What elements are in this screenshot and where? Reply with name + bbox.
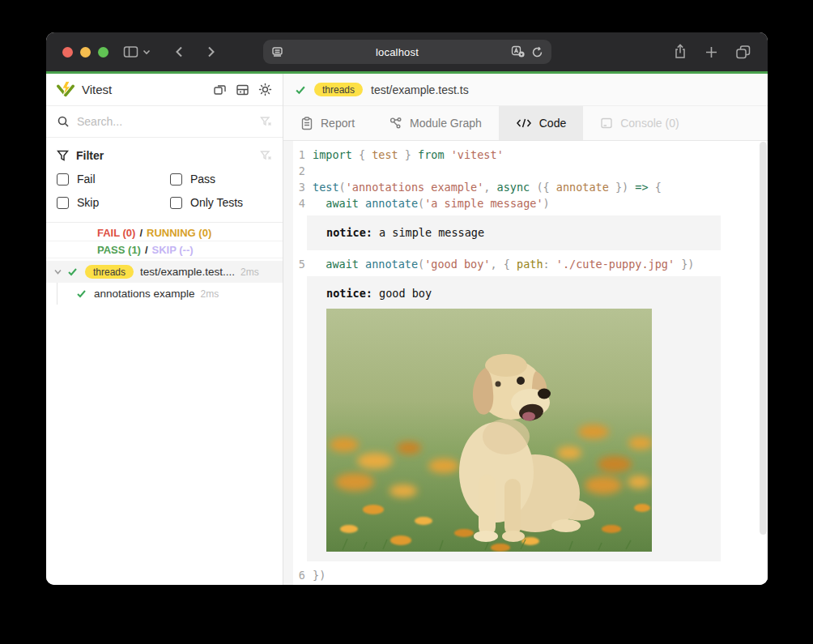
line-number: 4 xyxy=(293,195,305,211)
test-summary: FAIL (0) / RUNNING (0) PASS (1) / SKIP (… xyxy=(46,223,283,258)
translate-icon[interactable] xyxy=(511,45,526,58)
app-title: Vitest xyxy=(82,83,112,96)
tab-label: Code xyxy=(539,117,566,130)
clear-search-filter-icon[interactable] xyxy=(260,116,272,127)
code-text: import { test } from 'vitest' xyxy=(313,147,504,163)
browser-window: localhost xyxy=(46,32,768,585)
test-duration: 2ms xyxy=(201,288,219,300)
checkbox[interactable] xyxy=(170,173,182,186)
filter-checkbox-skip[interactable]: Skip xyxy=(57,196,170,209)
chevron-down-icon[interactable] xyxy=(142,47,151,57)
sidebar: Vitest xyxy=(46,74,283,585)
report-icon xyxy=(300,117,313,130)
notice-label: notice: xyxy=(326,287,372,300)
separator: / xyxy=(145,244,148,256)
tab-console: Console (0) xyxy=(583,106,696,140)
code-line: 3test('annotations example', async ({ an… xyxy=(283,179,768,195)
notice-text: good boy xyxy=(372,287,432,300)
tab-label: Report xyxy=(321,117,355,130)
close-window-button[interactable] xyxy=(62,47,73,58)
zoom-window-button[interactable] xyxy=(98,47,109,58)
checkbox[interactable] xyxy=(57,197,69,209)
tab-label: Console (0) xyxy=(620,117,679,130)
tab-label: Module Graph xyxy=(410,117,482,130)
code-text: await annotate('a simple message') xyxy=(313,195,550,211)
filter-checkbox-fail[interactable]: Fail xyxy=(57,173,170,186)
running-count: RUNNING (0) xyxy=(147,227,211,239)
reload-icon[interactable] xyxy=(531,46,543,58)
filter-checkbox-pass[interactable]: Pass xyxy=(170,173,272,186)
line-number: 7 xyxy=(293,583,305,585)
gutter-strip xyxy=(283,141,293,585)
code-line: 5 await annotate('good boy', { path: './… xyxy=(283,256,768,272)
code-text: await annotate('good boy', { path: './cu… xyxy=(313,256,695,272)
new-tab-icon[interactable] xyxy=(704,45,718,59)
pass-check-icon xyxy=(67,267,78,277)
vitest-logo xyxy=(57,81,74,98)
line-number: 1 xyxy=(293,147,305,163)
checkbox[interactable] xyxy=(57,173,69,186)
tab-report[interactable]: Report xyxy=(283,106,372,140)
show-tabs-icon[interactable] xyxy=(735,45,751,59)
scrollbar-thumb[interactable] xyxy=(760,142,767,535)
code-text: }) xyxy=(313,567,326,583)
reader-icon[interactable] xyxy=(271,45,284,58)
code-editor[interactable]: 1import { test } from 'vitest'23test('an… xyxy=(283,141,768,585)
line-number: 6 xyxy=(293,567,305,583)
search-input[interactable] xyxy=(77,115,260,128)
module-graph-icon xyxy=(389,117,402,130)
fail-count: FAIL (0) xyxy=(97,227,135,239)
checkbox-label: Only Tests xyxy=(190,196,243,209)
filter-label: Filter xyxy=(76,149,104,162)
checkbox-label: Fail xyxy=(77,173,96,186)
line-number: 5 xyxy=(293,256,305,272)
pass-check-icon xyxy=(295,84,306,96)
puppy-image xyxy=(326,309,652,552)
file-header: threads test/example.test.ts xyxy=(283,74,768,106)
open-file-name: test/example.test.ts xyxy=(371,83,469,96)
test-file-name: test/example.test.... xyxy=(140,266,235,278)
test-file-row[interactable]: threads test/example.test.... 2ms xyxy=(46,261,283,283)
checkbox-label: Pass xyxy=(190,173,215,186)
sidebar-toggle-icon[interactable] xyxy=(123,45,138,59)
theme-toggle-sun-icon[interactable] xyxy=(258,83,272,96)
line-number: 3 xyxy=(293,179,305,195)
code-line: 2 xyxy=(283,163,768,179)
pool-badge: threads xyxy=(314,83,363,96)
minimize-window-button[interactable] xyxy=(80,47,91,58)
code-text: test('annotations example', async ({ ann… xyxy=(313,179,662,195)
url-text: localhost xyxy=(284,46,511,58)
filter-checkbox-only-tests[interactable]: Only Tests xyxy=(170,196,272,209)
collapse-tests-icon[interactable] xyxy=(213,83,227,96)
tab-module-graph[interactable]: Module Graph xyxy=(372,106,499,140)
code-area: 1import { test } from 'vitest'23test('an… xyxy=(283,147,768,585)
test-case-row[interactable]: annotations example 2ms xyxy=(46,283,283,305)
code-line: 6}) xyxy=(283,567,768,583)
forward-button[interactable] xyxy=(203,45,218,59)
annotation-notice: notice: a simple message xyxy=(307,215,721,250)
clear-filter-icon[interactable] xyxy=(260,150,272,161)
skip-count: SKIP (--) xyxy=(152,244,194,256)
back-button[interactable] xyxy=(172,45,187,59)
test-duration: 2ms xyxy=(240,267,259,278)
main-panel: threads test/example.test.ts Report Modu… xyxy=(283,74,768,585)
traffic-lights xyxy=(62,47,109,58)
notice-label: notice: xyxy=(326,226,372,239)
share-icon[interactable] xyxy=(673,44,687,60)
code-line: 1import { test } from 'vitest' xyxy=(283,147,768,163)
tab-code[interactable]: Code xyxy=(499,106,583,140)
code-line: 4 await annotate('a simple message') xyxy=(283,195,768,211)
pass-count: PASS (1) xyxy=(97,244,141,256)
annotation-notice: notice: good boy xyxy=(307,276,721,561)
separator: / xyxy=(139,227,143,239)
pool-badge: threads xyxy=(85,265,134,279)
dashboard-icon[interactable] xyxy=(236,83,249,96)
tab-bar: Report Module Graph Code xyxy=(283,106,768,141)
code-icon xyxy=(516,117,532,129)
filter-icon xyxy=(57,150,69,161)
address-bar[interactable]: localhost xyxy=(263,40,551,64)
chevron-down-icon[interactable] xyxy=(53,267,62,276)
console-icon xyxy=(600,117,613,130)
notice-text: a simple message xyxy=(372,226,484,239)
checkbox[interactable] xyxy=(170,197,182,209)
